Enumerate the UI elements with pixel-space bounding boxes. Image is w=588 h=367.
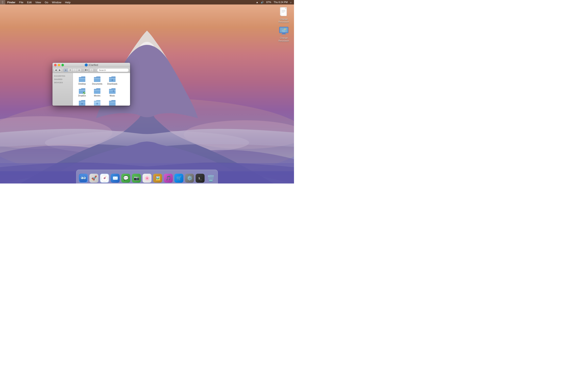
favorites-label: FAVORITES: [52, 74, 73, 77]
dock-sysprefs[interactable]: ⚙️: [185, 173, 194, 183]
movies-folder-icon: [94, 88, 101, 94]
itunes-dock-icon: 🎵: [164, 174, 173, 183]
menubar-edit[interactable]: Edit: [26, 0, 33, 4]
back-button[interactable]: ◀: [54, 68, 58, 72]
dock-trash[interactable]: 🗑️: [206, 173, 216, 183]
svg-rect-0: [0, 0, 294, 184]
menubar-right: ▲ 🔊 87% Thu 6:24 PM ⌕: [255, 1, 294, 4]
dock-messages[interactable]: 💬: [121, 173, 131, 183]
svg-point-24: [83, 177, 86, 179]
folder-music[interactable]: Music: [105, 87, 120, 98]
svg-point-23: [81, 177, 83, 179]
dock-launchpad[interactable]: 🚀: [89, 173, 99, 183]
svg-point-1: [0, 98, 294, 179]
toolbar-separator: [83, 68, 83, 72]
dock-terminal[interactable]: $_: [195, 173, 205, 183]
svg-rect-17: [281, 34, 286, 34]
battery-status: 87%: [265, 1, 272, 4]
music-folder-label: Music: [110, 95, 115, 97]
volume-icon[interactable]: 🔊: [260, 1, 265, 4]
facetime-dock-icon: 📷: [132, 174, 141, 183]
dock-iphoto[interactable]: 🖼️: [153, 173, 163, 183]
iphoto-dock-icon: 🖼️: [153, 174, 162, 183]
forward-button[interactable]: ▶: [58, 68, 62, 72]
window-title-text: iClarified: [89, 64, 98, 67]
dock-photos[interactable]: 🌸: [142, 173, 152, 183]
folder-documents[interactable]: Documents: [90, 75, 104, 86]
dropbox-folder-icon: [78, 88, 86, 94]
change-resolution-doc-label: ChangeResolution: [278, 18, 289, 23]
svg-point-4: [45, 131, 249, 155]
dock-safari[interactable]: [100, 173, 109, 183]
menubar-window[interactable]: Window: [50, 0, 63, 4]
svg-point-20: [82, 103, 83, 104]
change-resolution-monitor-icon: [278, 26, 289, 36]
dock-appstore[interactable]: 🛒: [174, 173, 184, 183]
window-body: FAVORITES SHARED DEVICES Desktop: [52, 73, 130, 106]
folder-pictures[interactable]: Pictures: [75, 99, 89, 106]
cover-flow-button[interactable]: ⊟: [77, 68, 81, 72]
menubar-file[interactable]: File: [17, 0, 25, 4]
minimize-button[interactable]: [58, 64, 60, 66]
folder-movies[interactable]: Movies: [90, 87, 104, 98]
sysprefs-dock-icon: ⚙️: [185, 174, 194, 183]
wifi-icon[interactable]: ▲: [255, 1, 259, 4]
apple-menu[interactable]: : [0, 0, 5, 4]
search-input[interactable]: [97, 68, 129, 72]
menubar-app-name[interactable]: Finder: [6, 0, 17, 4]
appstore-dock-icon: 🛒: [174, 174, 183, 183]
launchpad-dock-icon: 🚀: [89, 174, 98, 183]
svg-point-26: [84, 177, 85, 178]
folder-desktop[interactable]: Desktop: [75, 75, 89, 86]
dock-facetime[interactable]: 📷: [131, 173, 141, 183]
menubar-go[interactable]: Go: [43, 0, 50, 4]
svg-rect-16: [282, 33, 285, 34]
folder-public[interactable]: Public: [90, 99, 104, 106]
desktop-folder-icon: [78, 76, 86, 82]
desktop-icons-container: ChangeResolution Change Resolution: [276, 6, 292, 43]
desktop-folder-label: Desktop: [78, 83, 86, 85]
desktop-icon-change-resolution-monitor[interactable]: Change Resolution: [276, 25, 292, 43]
list-view-button[interactable]: ☰: [68, 68, 72, 72]
nav-buttons: ◀ ▶: [54, 68, 62, 72]
clock-display: Thu 6:24 PM: [273, 1, 288, 4]
messages-dock-icon: 💬: [121, 174, 130, 183]
dock-finder[interactable]: [78, 173, 88, 183]
desktop-icon-change-resolution-doc[interactable]: ChangeResolution: [276, 6, 292, 24]
window-buttons: [54, 64, 64, 66]
change-resolution-monitor-label: Change Resolution: [277, 37, 291, 42]
trash-dock-icon: 🗑️: [206, 174, 215, 183]
dock-itunes[interactable]: 🎵: [163, 173, 173, 183]
terminal-dock-icon: $_: [196, 174, 205, 183]
downloads-folder-label: Downloads: [107, 83, 117, 85]
folder-dropbox[interactable]: Dropbox: [75, 87, 89, 98]
maximize-button[interactable]: [61, 64, 64, 66]
window-title: 🔵 iClarified: [85, 63, 98, 67]
menubar-left:  Finder File Edit View Go Window Help: [0, 0, 72, 4]
documents-folder-icon: [94, 76, 101, 82]
dropbox-folder-label: Dropbox: [78, 95, 86, 97]
finder-dock-icon: [79, 174, 88, 183]
folder-scratch[interactable]: Scratch: [105, 99, 120, 106]
dock-mail[interactable]: ✉️: [110, 173, 120, 183]
finder-content: Desktop Documents: [73, 73, 130, 106]
svg-rect-22: [79, 174, 87, 182]
spotlight-icon[interactable]: ⌕: [289, 1, 292, 4]
column-view-button[interactable]: ⋮: [72, 68, 77, 72]
photos-dock-icon: 🌸: [143, 174, 151, 183]
shared-label: SHARED: [52, 77, 73, 81]
close-button[interactable]: [54, 64, 57, 66]
movies-folder-label: Movies: [94, 95, 100, 97]
share-button[interactable]: ↑: [89, 68, 94, 72]
menubar-view[interactable]: View: [34, 0, 43, 4]
icon-view-button[interactable]: ⊞: [63, 68, 68, 72]
finder-window: 🔵 iClarified ◀ ▶ ⊞ ☰ ⋮ ⊟ ⚙ ▾ ↑ FAVORITES: [52, 63, 130, 106]
dock: 🚀 ✉️ 💬 📷 🌸 🖼️ 🎵 🛒 ⚙️: [76, 170, 218, 184]
folder-downloads[interactable]: Downloads: [105, 75, 120, 86]
svg-point-25: [81, 177, 82, 178]
svg-point-3: [184, 120, 294, 149]
safari-dock-icon: [100, 174, 109, 183]
change-resolution-doc-icon: [278, 7, 289, 17]
menubar-help[interactable]: Help: [63, 0, 72, 4]
action-button[interactable]: ⚙ ▾: [84, 68, 89, 72]
